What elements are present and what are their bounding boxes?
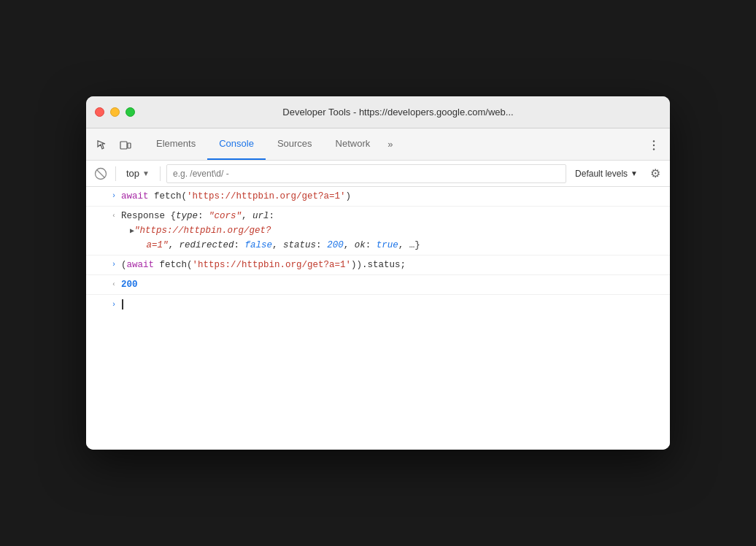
input-chevron-2[interactable]: › — [107, 258, 121, 271]
console-entry-output-1: ‹ Response {type: "cors", url: ▶"https:/… — [86, 207, 670, 255]
output-chevron-2: ‹ — [107, 277, 121, 290]
svg-point-4 — [653, 148, 655, 150]
tabs-more-button[interactable]: » — [382, 128, 398, 160]
svg-point-2 — [653, 140, 655, 142]
device-toolbar-icon[interactable] — [115, 135, 136, 155]
tab-network[interactable]: Network — [324, 128, 382, 160]
window-title: Developer Tools - https://developers.goo… — [135, 107, 661, 118]
console-settings-icon[interactable]: ⚙ — [647, 165, 664, 182]
inspect-tool-icon[interactable] — [92, 135, 112, 155]
console-prompt-line[interactable]: › — [86, 295, 670, 314]
response-line-1: Response {type: "cors", url: — [121, 209, 664, 223]
traffic-lights — [95, 107, 135, 117]
devtools-window: Developer Tools - https://developers.goo… — [86, 96, 670, 450]
svg-rect-0 — [120, 142, 127, 149]
tab-elements[interactable]: Elements — [144, 128, 207, 160]
devtools-options-icon[interactable] — [644, 135, 664, 155]
output-value-200: 200 — [121, 280, 138, 290]
tab-tools — [92, 135, 136, 155]
console-toolbar: top ▼ Default levels ▼ ⚙ — [86, 161, 670, 187]
maximize-button[interactable] — [126, 107, 135, 117]
title-bar: Developer Tools - https://developers.goo… — [86, 96, 670, 128]
code-keyword: await — [121, 191, 154, 201]
console-entry-output-2: ‹ 200 — [86, 275, 670, 295]
toolbar-divider — [115, 166, 116, 181]
response-line-2: ▶"https://httpbin.org/get? a=1", redirec… — [121, 223, 664, 253]
prompt-chevron: › — [107, 298, 121, 311]
minimize-button[interactable] — [110, 107, 120, 117]
input-chevron-1[interactable]: › — [107, 189, 121, 202]
console-entry-input-1: › await fetch('https://httpbin.org/get?a… — [86, 187, 670, 207]
tab-console[interactable]: Console — [207, 128, 266, 160]
filter-input[interactable] — [166, 164, 566, 183]
log-levels-selector[interactable]: Default levels ▼ — [571, 167, 642, 180]
toolbar-divider-2 — [160, 166, 161, 181]
tabs-bar: Elements Console Sources Network » — [86, 128, 670, 161]
cursor — [122, 299, 123, 309]
tab-sources[interactable]: Sources — [266, 128, 324, 160]
context-selector[interactable]: top ▼ — [122, 166, 154, 180]
console-entry-input-2: › (await fetch('https://httpbin.org/get?… — [86, 255, 670, 275]
console-output: › await fetch('https://httpbin.org/get?a… — [86, 187, 670, 450]
clear-console-button[interactable] — [92, 165, 109, 182]
svg-rect-1 — [128, 143, 131, 148]
close-button[interactable] — [95, 107, 104, 117]
svg-point-3 — [653, 145, 655, 146]
svg-line-6 — [97, 169, 105, 177]
output-chevron-1: ‹ — [107, 209, 121, 221]
